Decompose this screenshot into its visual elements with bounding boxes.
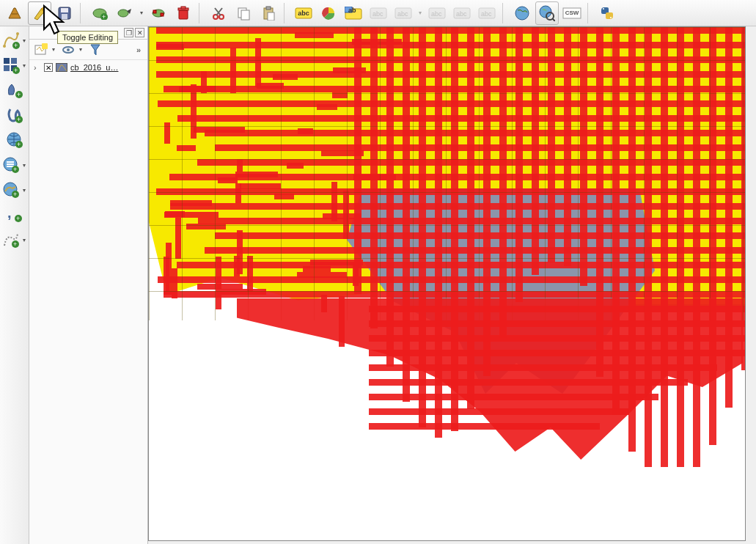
svg-point-40 [610,17,612,18]
svg-rect-46 [11,58,17,64]
toolbar-separator [80,3,84,23]
svg-text:+: + [14,42,18,49]
paste-button[interactable] [257,1,280,25]
svg-rect-13 [181,7,186,9]
new-spatialite-button[interactable]: + [4,79,26,101]
svg-rect-9 [153,10,156,13]
svg-rect-45 [4,58,10,64]
svg-line-37 [552,18,555,21]
copy-button[interactable] [232,1,255,25]
python-console-button[interactable] [595,1,619,25]
svg-rect-19 [266,7,271,10]
svg-text:+: + [17,116,21,123]
delete-selected-button[interactable] [172,1,195,25]
svg-point-72 [67,48,70,51]
map-canvas[interactable] [148,26,746,541]
raster-dropdown[interactable]: ▾ [23,62,29,69]
side-toolbar: + ▾ + ▾ + + + + ▾ + ▾ ,+ + ▾ [0,26,29,544]
svg-text:abc: abc [481,10,492,18]
diagram-button[interactable] [317,1,340,25]
label-dropdown: ▾ [416,10,424,16]
new-vector-button[interactable]: + [0,29,22,51]
filter-legend-button[interactable] [61,43,76,57]
svg-point-41 [3,45,6,48]
layers-panel: ❐ ✕ ▾ ▾ » › ✕ cb_2016_u… [29,26,148,544]
svg-rect-10 [161,13,164,16]
svg-text:abc: abc [456,10,467,18]
new-wms-button[interactable]: + [4,129,26,151]
new-raster-button[interactable]: + [0,54,22,76]
show-label-button: abc [392,1,415,25]
change-label-button: abc [475,1,499,25]
filter-button[interactable] [88,43,103,57]
vector-dropdown[interactable]: ▾ [23,37,29,44]
toolbar-separator [284,3,288,23]
highlight-label-button[interactable]: ab [342,1,365,25]
filter-dropdown[interactable]: ▾ [79,46,85,53]
move-feature-button[interactable] [113,1,136,25]
new-wcs-button[interactable]: + [0,154,22,176]
svg-rect-11 [179,10,188,19]
svg-text:+: + [17,141,21,148]
svg-rect-20 [268,12,274,21]
svg-text:,: , [7,206,12,221]
virtual-dropdown[interactable]: ▾ [23,237,29,243]
style-preset-button[interactable] [34,43,48,57]
svg-text:abc: abc [431,10,442,18]
layer-swatch [56,63,67,72]
svg-text:abc: abc [373,10,383,18]
svg-text:+: + [17,91,21,98]
svg-point-42 [16,32,19,35]
wcs-dropdown[interactable]: ▾ [23,162,29,169]
new-wfs-button[interactable]: + [0,179,22,201]
style-dropdown[interactable]: ▾ [52,46,58,53]
new-delimited-button[interactable]: ,+ [4,204,26,226]
svg-rect-17 [241,10,249,20]
svg-point-35 [540,6,551,18]
add-feature-button[interactable]: + [88,1,111,25]
csw-button[interactable]: CSW [560,1,584,25]
layer-visibility-checkbox[interactable]: ✕ [44,63,53,72]
svg-text:+: + [102,13,106,20]
rotate-label-button: abc [450,1,474,25]
top-toolbar: + ▾ abc ab abc abc ▾ abc abc abc [0,0,756,26]
current-edits-button[interactable] [3,1,26,25]
toolbar-separator [502,3,507,23]
svg-text:+: + [13,166,17,173]
wfs-dropdown[interactable]: ▾ [23,187,29,194]
map-region-blue [347,188,655,394]
layer-name-label: cb_2016_u… [70,63,118,72]
svg-rect-47 [4,65,10,71]
toolbar-separator [587,3,592,23]
abc-label: abc [298,10,309,17]
svg-point-39 [603,8,604,10]
svg-point-7 [118,10,128,17]
svg-point-34 [515,7,529,20]
new-virtual-button[interactable]: + [0,229,22,251]
new-postgis-button[interactable]: + [4,104,26,126]
cursor-icon [41,4,70,38]
metasearch-button[interactable] [535,1,559,25]
ab-label: ab [348,7,356,14]
svg-rect-70 [42,43,48,49]
node-tool-button[interactable] [147,1,170,25]
svg-text:+: + [13,240,17,248]
layer-item[interactable]: › ✕ cb_2016_u… [29,60,147,75]
tree-expand-icon[interactable]: › [34,63,41,72]
pin-label-button: abc [367,1,390,25]
web-button[interactable] [510,1,534,25]
panel-float-button[interactable]: ❐ [124,28,133,37]
panel-close-button[interactable]: ✕ [135,28,144,37]
svg-text:+: + [14,67,18,74]
svg-text:+: + [13,191,17,198]
svg-text:+: + [16,215,20,222]
move-label-button: abc [425,1,449,25]
move-dropdown[interactable]: ▾ [138,10,145,16]
csw-label: CSW [565,10,579,16]
cut-button[interactable] [207,1,230,25]
panel-overflow[interactable]: » [136,45,143,54]
svg-text:abc: abc [397,10,408,18]
toolbar-separator [199,3,203,23]
label-tool-button[interactable]: abc [292,1,315,25]
